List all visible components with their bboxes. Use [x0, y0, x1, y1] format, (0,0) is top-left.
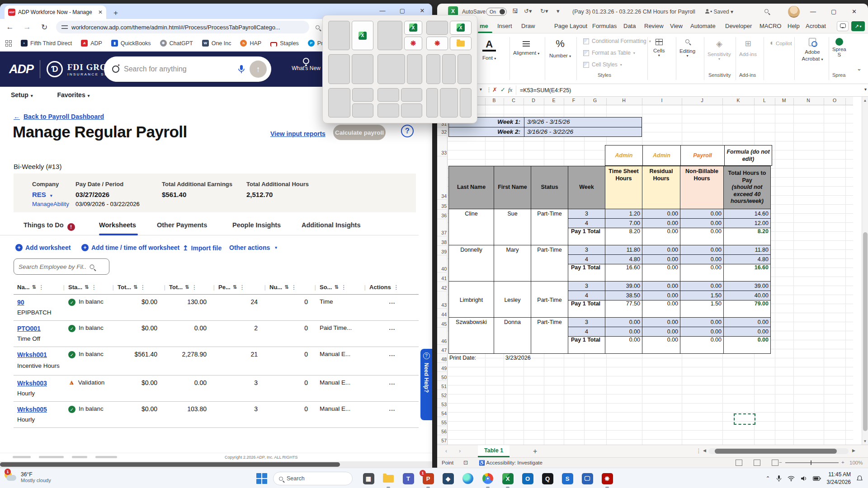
- app-blue-icon[interactable]: ◆: [441, 472, 455, 485]
- sensitivity-button[interactable]: ◈Sensitivity▾: [708, 39, 731, 61]
- snap-layout-option[interactable]: [426, 54, 472, 84]
- bookmark-item[interactable]: Staples: [270, 40, 299, 47]
- vertical-scrollbar[interactable]: ▲ ▼: [862, 97, 868, 445]
- new-tab-button[interactable]: +: [110, 7, 122, 19]
- column-header[interactable]: C: [512, 98, 515, 103]
- column-header[interactable]: M: [782, 98, 786, 103]
- search-submit-icon[interactable]: ↑: [250, 61, 267, 78]
- adp-search-input[interactable]: [124, 65, 233, 73]
- autosave-toggle[interactable]: On: [486, 8, 507, 16]
- excel-close-button[interactable]: ✕: [852, 8, 857, 15]
- zoom-in-button[interactable]: +: [841, 460, 844, 465]
- spreadsheet-grid[interactable]: B C D E F G H I J K L M N O 31 32 33 34 …: [437, 97, 868, 445]
- zoom-slider[interactable]: [785, 462, 839, 463]
- cells-group-button[interactable]: Cells▾: [653, 39, 665, 57]
- ribbon-tab-data[interactable]: Data: [623, 23, 636, 29]
- tab-worksheets[interactable]: Worksheets: [99, 221, 136, 229]
- spreadsheet-addin-button[interactable]: SpreaS: [832, 38, 846, 57]
- row-header[interactable]: 53: [437, 399, 447, 408]
- column-header[interactable]: L: [763, 98, 766, 103]
- row-header[interactable]: 44: [437, 309, 447, 318]
- ribbon-tab-developer[interactable]: Developer: [725, 23, 752, 29]
- other-actions-dropdown[interactable]: Other actions▾: [229, 244, 277, 251]
- tab-other-payments[interactable]: Other Payments: [157, 221, 207, 229]
- share-button[interactable]: ↗▾: [851, 21, 865, 31]
- collapse-ribbon-icon[interactable]: ⌄: [857, 65, 862, 72]
- expand-formula-bar-icon[interactable]: ▾: [864, 87, 867, 92]
- app-teal-icon[interactable]: S: [561, 472, 574, 485]
- scroll-up-icon[interactable]: ▲: [862, 97, 868, 103]
- snap-layout-option[interactable]: [328, 54, 373, 84]
- column-header[interactable]: H: [622, 98, 626, 103]
- sort-icon[interactable]: ⇅: [334, 284, 338, 290]
- column-menu-icon[interactable]: ⋮: [239, 284, 245, 291]
- ribbon-tab-automate[interactable]: Automate: [690, 23, 716, 29]
- row-header[interactable]: 41: [437, 272, 447, 282]
- ribbon-tab-macro[interactable]: MACRO: [760, 23, 781, 29]
- column-menu-icon[interactable]: ⋮: [341, 284, 347, 291]
- row-actions-icon[interactable]: ...: [366, 351, 419, 371]
- scrollbar-thumb[interactable]: [715, 449, 837, 454]
- acrobat-icon[interactable]: ❋: [600, 472, 614, 485]
- calculate-payroll-button[interactable]: Calculate payroll: [333, 125, 386, 140]
- forward-icon[interactable]: →: [22, 23, 33, 32]
- snap-pane-pdf[interactable]: ❋: [426, 37, 448, 51]
- grid-cells[interactable]: Week 1:3/9/26 - 3/15/26 Week 2:3/16/26 -…: [448, 105, 853, 445]
- ribbon-tab-page-layout[interactable]: Page Layout: [554, 23, 587, 29]
- batch-link[interactable]: Wrksh001: [17, 351, 47, 358]
- add-ins-button[interactable]: ⊞Add-ins: [739, 39, 757, 57]
- tab-people-insights[interactable]: People Insights: [232, 221, 281, 229]
- row-header[interactable]: 57: [437, 435, 447, 444]
- zoom-slider-handle[interactable]: [811, 460, 811, 465]
- hscroll-right-icon[interactable]: ▶: [852, 448, 855, 453]
- bookmark-item[interactable]: WOne Inc: [202, 40, 231, 47]
- sort-icon[interactable]: ⇅: [284, 284, 288, 290]
- cancel-icon[interactable]: ✗: [492, 86, 497, 93]
- file-explorer-icon[interactable]: [382, 472, 395, 485]
- row-header[interactable]: 50: [437, 372, 447, 381]
- row-actions-icon[interactable]: ...: [366, 379, 419, 397]
- whats-new-button[interactable]: What's New: [288, 58, 324, 71]
- batch-link[interactable]: Wrksh003: [17, 380, 47, 387]
- snap-layout-option[interactable]: X ❋: [377, 21, 423, 50]
- search-icon[interactable]: [90, 264, 94, 269]
- row-actions-icon[interactable]: ...: [366, 298, 419, 316]
- excel-maximize-button[interactable]: ▢: [831, 8, 836, 15]
- row-header[interactable]: 39: [437, 246, 447, 255]
- row-header[interactable]: 47: [437, 345, 447, 354]
- row-header[interactable]: 45: [437, 318, 447, 328]
- name-box-caret-icon[interactable]: ▾: [480, 87, 482, 92]
- notifications-bell-icon[interactable]: [857, 475, 863, 482]
- number-group-button[interactable]: %Number ▾: [549, 38, 571, 58]
- start-button[interactable]: [256, 473, 268, 484]
- add-time-worksheet-link[interactable]: +Add time / time off worksheet: [81, 244, 179, 251]
- adp-search-bar[interactable]: ↑: [104, 56, 271, 82]
- ribbon-tab-view[interactable]: View: [670, 23, 683, 29]
- bookmark-item[interactable]: ▮QuickBooks: [111, 40, 151, 47]
- page-break-view-icon[interactable]: [772, 460, 778, 466]
- bookmark-item[interactable]: AADP: [81, 40, 102, 47]
- view-input-reports-link[interactable]: View input reports: [270, 130, 326, 137]
- enter-icon[interactable]: ✓: [500, 86, 505, 93]
- save-status[interactable]: • Saved ▾: [710, 9, 733, 15]
- row-header[interactable]: 49: [437, 363, 447, 372]
- row-header[interactable]: 51: [437, 381, 447, 390]
- apps-grid-icon[interactable]: [5, 40, 12, 47]
- taskbar-search[interactable]: Search: [273, 472, 353, 485]
- snap-layout-option[interactable]: [377, 88, 423, 117]
- alignment-group-button[interactable]: Alignment ▾: [513, 40, 539, 56]
- menu-favorites[interactable]: Favorites▾: [57, 91, 90, 99]
- sort-icon[interactable]: ⇅: [32, 284, 36, 290]
- tab-additional-insights[interactable]: Additional Insights: [302, 221, 361, 229]
- row-header[interactable]: 36: [437, 210, 447, 219]
- conditional-formatting-button[interactable]: Conditional Formatting ▾: [583, 38, 651, 44]
- tab-things-to-do[interactable]: Things to Do!: [24, 221, 75, 231]
- company-name-link[interactable]: ManageAbility: [32, 201, 69, 207]
- snap-layout-option[interactable]: X: [328, 21, 373, 50]
- adobe-acrobat-button[interactable]: Adobe Acrobat ▾: [799, 38, 826, 62]
- zoom-level[interactable]: 100%: [849, 460, 863, 465]
- ribbon-tab-formulas[interactable]: Formulas: [592, 23, 617, 29]
- column-header[interactable]: J: [701, 98, 703, 103]
- import-file-link[interactable]: ↥Import file: [183, 244, 222, 252]
- horizontal-scrollbar[interactable]: [0, 461, 432, 468]
